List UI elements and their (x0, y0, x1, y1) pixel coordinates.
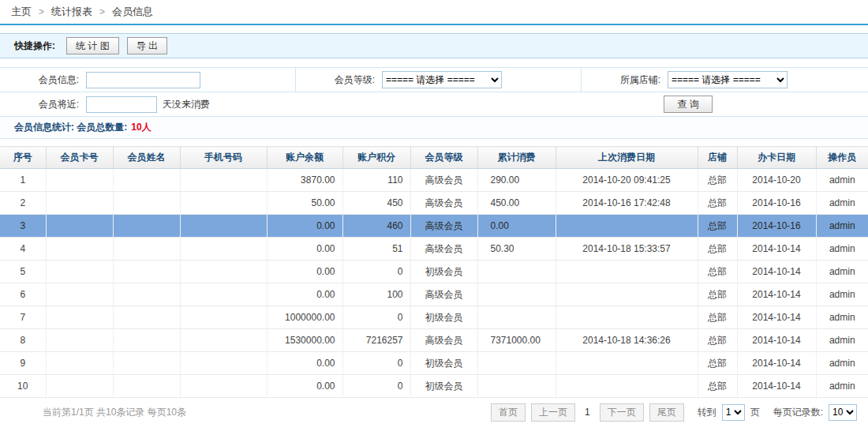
column-header-level: 会员等级 (410, 147, 477, 169)
days-inactive-input[interactable] (86, 96, 157, 113)
member-level-field-group: 会员等级: ===== 请选择 ===== (296, 68, 582, 92)
cell-store: 总部 (698, 238, 737, 261)
filter-panel: 会员信息: 会员等级: ===== 请选择 ===== 所属店铺: ===== … (0, 67, 868, 139)
summary-bar: 会员信息统计: 会员总数量: 10人 (0, 117, 868, 139)
cell-phone (180, 352, 267, 375)
cell-card_date: 2014-10-14 (737, 352, 816, 375)
breadcrumb-home[interactable]: 主页 (11, 6, 32, 17)
cell-store: 总部 (698, 329, 737, 352)
cell-card (46, 169, 113, 192)
column-header-points: 账户积分 (342, 147, 410, 169)
column-header-balance: 账户余额 (267, 147, 342, 169)
cell-points: 450 (342, 192, 410, 215)
table-row[interactable]: 100.000初级会员总部2014-10-14admin (0, 375, 868, 398)
cell-balance: 0.00 (267, 375, 342, 398)
breadcrumb: 主页>统计报表>会员信息 (0, 0, 868, 24)
cell-phone (180, 261, 267, 283)
column-header-name: 会员姓名 (113, 147, 180, 169)
member-level-select[interactable]: ===== 请选择 ===== (382, 71, 502, 88)
cell-last_date (556, 283, 698, 306)
cell-total: 0.00 (477, 215, 556, 238)
table-row[interactable]: 50.000初级会员总部2014-10-14admin (0, 261, 868, 283)
cell-store: 总部 (698, 169, 737, 192)
table-header-row: 序号会员卡号会员姓名手机号码账户余额账户积分会员等级累计消费上次消费日期店铺办卡… (0, 147, 868, 169)
goto-page-select[interactable]: 1 (722, 404, 745, 421)
cell-operator: admin (816, 215, 868, 238)
cell-store: 总部 (698, 283, 737, 306)
cell-last_date (556, 306, 698, 329)
breadcrumb-separator: > (39, 6, 44, 17)
cell-store: 总部 (698, 215, 737, 238)
cell-points: 0 (342, 261, 410, 283)
cell-store: 总部 (698, 192, 737, 215)
pagination-bar: 当前第1/1页 共10条记录 每页10条 首页 上一页 1 下一页 尾页 转到 … (0, 398, 868, 426)
cell-points: 0 (342, 306, 410, 329)
cell-operator: admin (816, 352, 868, 375)
cell-operator: admin (816, 169, 868, 192)
cell-operator: admin (816, 375, 868, 398)
cell-store: 总部 (698, 306, 737, 329)
cell-store: 总部 (698, 261, 737, 283)
cell-balance: 1000000.00 (267, 306, 342, 329)
member-level-label: 会员等级: (296, 73, 375, 87)
cell-no: 2 (0, 192, 46, 215)
export-button[interactable]: 导 出 (127, 37, 167, 54)
page-size-label: 每页记录数: (773, 406, 823, 419)
summary-text: 会员信息统计: 会员总数量: (14, 121, 127, 134)
quick-actions-label: 快捷操作: (14, 39, 55, 53)
query-button[interactable]: 查 询 (664, 96, 713, 113)
cell-name (113, 238, 180, 261)
days-inactive-label: 会员将近: (0, 98, 79, 111)
cell-card_date: 2014-10-14 (737, 329, 816, 352)
cell-card (46, 352, 113, 375)
cell-last_date (556, 261, 698, 283)
breadcrumb-reports[interactable]: 统计报表 (51, 6, 92, 17)
cell-card_date: 2014-10-14 (737, 306, 816, 329)
table-row[interactable]: 60.00100高级会员总部2014-10-14admin (0, 283, 868, 306)
last-page-button[interactable]: 尾页 (649, 403, 684, 422)
table-row[interactable]: 250.00450高级会员450.002014-10-16 17:42:48总部… (0, 192, 868, 215)
cell-operator: admin (816, 329, 868, 352)
cell-card (46, 329, 113, 352)
table-row[interactable]: 71000000.000初级会员总部2014-10-14admin (0, 306, 868, 329)
cell-phone (180, 169, 267, 192)
member-total-count: 10人 (131, 121, 151, 134)
cell-name (113, 306, 180, 329)
cell-total (477, 306, 556, 329)
cell-total (477, 375, 556, 398)
first-page-button[interactable]: 首页 (491, 403, 526, 422)
cell-card_date: 2014-10-14 (737, 283, 816, 306)
cell-name (113, 352, 180, 375)
page-size-select[interactable]: 10 (829, 404, 857, 421)
table-row[interactable]: 40.0051高级会员50.302014-10-18 15:33:57总部201… (0, 238, 868, 261)
cell-card_date: 2014-10-14 (737, 375, 816, 398)
cell-name (113, 329, 180, 352)
cell-store: 总部 (698, 375, 737, 398)
member-info-input[interactable] (86, 72, 200, 88)
cell-balance: 0.00 (267, 283, 342, 306)
next-page-button[interactable]: 下一页 (600, 403, 644, 422)
cell-no: 1 (0, 169, 46, 192)
table-row[interactable]: 13870.00110高级会员290.002014-10-20 09:41:25… (0, 169, 868, 192)
cell-level: 高级会员 (410, 238, 477, 261)
cell-total (477, 283, 556, 306)
cell-balance: 3870.00 (267, 169, 342, 192)
table-row[interactable]: 90.000初级会员总部2014-10-14admin (0, 352, 868, 375)
column-header-card_date: 办卡日期 (737, 147, 816, 169)
table-row[interactable]: 81530000.007216257高级会员7371000.002014-10-… (0, 329, 868, 352)
cell-balance: 0.00 (267, 352, 342, 375)
cell-balance: 0.00 (267, 238, 342, 261)
cell-level: 高级会员 (410, 329, 477, 352)
cell-name (113, 169, 180, 192)
store-select[interactable]: ===== 请选择 ===== (668, 71, 788, 88)
column-header-card: 会员卡号 (46, 147, 113, 169)
statistics-chart-button[interactable]: 统 计 图 (66, 37, 119, 54)
page-info: 当前第1/1页 共10条记录 每页10条 (43, 406, 186, 419)
cell-level: 初级会员 (410, 306, 477, 329)
column-header-no: 序号 (0, 147, 46, 169)
prev-page-button[interactable]: 上一页 (531, 403, 575, 422)
table-row[interactable]: 30.00460高级会员0.00总部2014-10-16admin (0, 215, 868, 238)
cell-level: 高级会员 (410, 215, 477, 238)
column-header-last_date: 上次消费日期 (556, 147, 698, 169)
cell-balance: 1530000.00 (267, 329, 342, 352)
